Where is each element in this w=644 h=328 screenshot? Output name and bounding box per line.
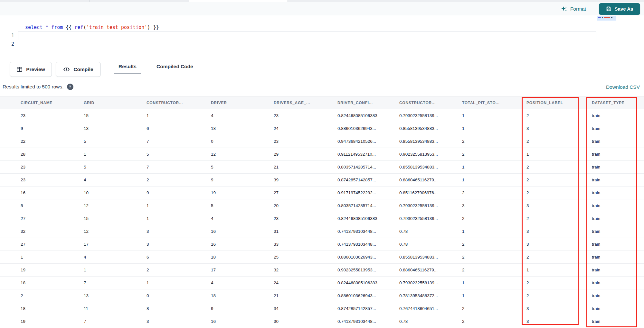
- results-table: CIRCUIT_NAMEGRIDCONSTRUCTOR...DRIVERDRIV…: [0, 96, 644, 328]
- table-cell: 2: [21, 293, 84, 298]
- table-cell: 0.824468085106383: [337, 113, 399, 118]
- table-cell: 1: [462, 113, 526, 118]
- table-row: 181189340.8742857142857...0.767441860465…: [0, 302, 644, 315]
- table-cell: 15: [84, 113, 147, 118]
- table-grid-icon: [16, 66, 23, 72]
- tab-compiled-code-label: Compiled Code: [156, 64, 193, 69]
- table-cell: 23: [274, 216, 337, 221]
- table-row: 231514230.8244680851063830.7930232558139…: [0, 109, 644, 122]
- preview-button[interactable]: Preview: [10, 62, 52, 77]
- table-cell: train: [592, 139, 644, 144]
- table-cell: 1: [147, 113, 211, 118]
- table-cell: 2: [526, 280, 592, 285]
- table-cell: 25: [274, 255, 337, 260]
- table-cell: 4: [211, 280, 274, 285]
- table-cell: 27: [21, 242, 84, 247]
- table-cell: 3: [526, 203, 592, 208]
- table-cell: 2: [526, 165, 592, 169]
- help-icon[interactable]: ?: [67, 84, 73, 90]
- save-as-button-label: Save As: [615, 6, 633, 12]
- table-cell: 21: [274, 165, 337, 169]
- table-cell: 0.8860103626943...: [337, 255, 399, 260]
- table-cell: 1: [462, 178, 526, 182]
- table-cell: 7: [147, 139, 211, 144]
- table-cell: 16: [211, 242, 274, 247]
- table-cell: 29: [274, 152, 337, 157]
- sql-code-editor[interactable]: 1 select * from {{ ref('train_test_posit…: [0, 15, 644, 58]
- table-cell: 7: [84, 280, 147, 285]
- compile-button[interactable]: Compile: [56, 62, 101, 77]
- table-cell: 17: [211, 268, 274, 272]
- results-limit-text: Results limited to 500 rows.: [3, 84, 64, 90]
- table-cell: train: [592, 113, 644, 118]
- table-cell: 0: [147, 293, 211, 298]
- table-row: 3212316310.7413793103448...0.7813train: [0, 225, 644, 238]
- table-cell: 1: [462, 126, 526, 131]
- table-row: 281512290.9112149532710...0.902325581395…: [0, 148, 644, 161]
- table-cell: 13: [84, 293, 147, 298]
- save-as-button[interactable]: Save As: [599, 3, 640, 15]
- table-cell: 2: [462, 306, 526, 311]
- table-cell: 23: [21, 178, 84, 182]
- tab-compiled-code[interactable]: Compiled Code: [154, 58, 196, 75]
- table-cell: 2: [462, 319, 526, 324]
- code-line-2[interactable]: 2: [0, 32, 643, 40]
- format-button-label: Format: [570, 6, 586, 12]
- table-cell: 15: [84, 216, 147, 221]
- tab-results[interactable]: Results: [116, 58, 139, 75]
- table-cell: 6: [147, 126, 211, 131]
- table-row: 51215200.8035714285714...0.7930232558139…: [0, 199, 644, 212]
- table-cell: 1: [84, 268, 147, 272]
- table-cell: train: [592, 306, 644, 311]
- code-text-line-1: select * from {{ ref('train_test_positio…: [25, 23, 159, 32]
- table-cell: 2: [526, 178, 592, 182]
- editor-scrollbar[interactable]: [643, 15, 643, 58]
- format-button[interactable]: Format: [560, 5, 587, 14]
- table-cell: train: [592, 242, 644, 247]
- code-token-function: ref: [75, 24, 83, 30]
- table-cell: 0.8742857142857...: [337, 178, 399, 182]
- table-cell: 0.8035714285714...: [337, 165, 399, 169]
- code-line-1[interactable]: 1 select * from {{ ref('train_test_posit…: [0, 23, 643, 32]
- table-cell: train: [592, 319, 644, 324]
- preview-button-label: Preview: [26, 67, 45, 72]
- table-cell: 0.8558139534883...: [399, 255, 462, 260]
- table-cell: 3: [147, 229, 211, 234]
- table-row: 18714240.8244680851063830.7930232558139.…: [0, 277, 644, 289]
- editor-minimap[interactable]: [597, 16, 616, 21]
- table-cell: 0.7413793103448...: [337, 229, 399, 234]
- table-cell: 1: [147, 203, 211, 208]
- table-cell: 0.9023255813953...: [337, 268, 399, 272]
- table-cell: 5: [21, 203, 84, 208]
- table-body: 231514230.8244680851063830.7930232558139…: [0, 109, 644, 328]
- table-cell: 2: [147, 178, 211, 182]
- table-row: 191217320.9023255813953...0.886046511627…: [0, 264, 644, 277]
- table-row: 22570230.9473684210526...0.8558139534883…: [0, 135, 644, 148]
- table-cell: 4: [211, 216, 274, 221]
- table-cell: 32: [274, 268, 337, 272]
- column-header: CIRCUIT_NAME: [21, 101, 84, 105]
- table-cell: 3: [526, 126, 592, 131]
- table-cell: 7: [84, 319, 147, 324]
- compile-button-label: Compile: [73, 67, 93, 72]
- table-cell: 23: [21, 165, 84, 169]
- table-row: 23429390.8742857142857...0.8860465116279…: [0, 174, 644, 187]
- table-cell: 4: [211, 113, 274, 118]
- table-cell: 2: [462, 139, 526, 144]
- results-info-bar: Results limited to 500 rows. ? Download …: [0, 79, 644, 96]
- table-cell: 28: [21, 152, 84, 157]
- table-cell: 4: [84, 178, 147, 182]
- column-header: CONSTRUCTOR...: [147, 101, 211, 105]
- table-cell: 0.7930232558139...: [399, 203, 462, 208]
- table-cell: train: [592, 152, 644, 157]
- tab-results-label: Results: [118, 64, 137, 69]
- code-token-plain: (: [83, 24, 86, 30]
- minimap-code-line: [598, 17, 612, 18]
- download-csv-link[interactable]: Download CSV: [606, 84, 640, 90]
- table-cell: 32: [21, 229, 84, 234]
- vertical-divider: [105, 59, 105, 77]
- code-brackets-icon: [63, 67, 70, 72]
- table-cell: 21: [274, 293, 337, 298]
- table-row: 14618250.8860103626943...0.8558139534883…: [0, 251, 644, 264]
- table-cell: 1: [147, 280, 211, 285]
